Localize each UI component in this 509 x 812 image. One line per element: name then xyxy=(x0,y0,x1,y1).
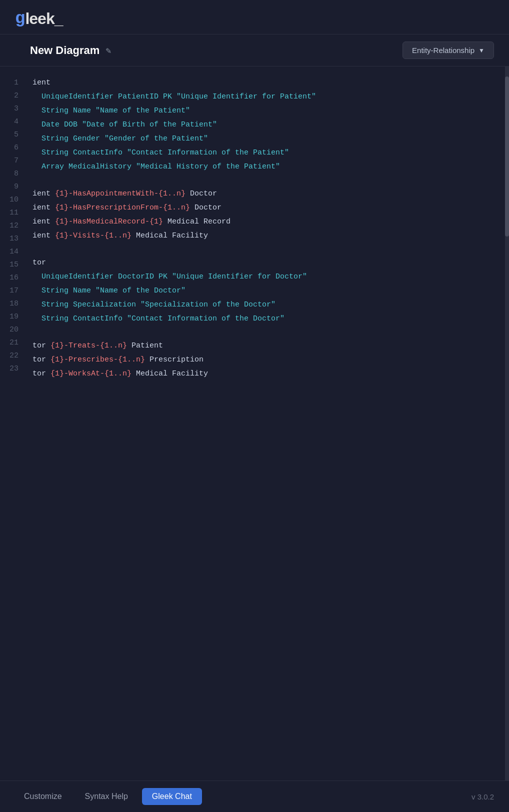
diagram-type-label: Entity-Relationship xyxy=(412,46,474,54)
header: g leek_ xyxy=(0,0,509,34)
scrollbar-thumb[interactable] xyxy=(505,76,509,236)
line-number: 20 xyxy=(8,324,18,336)
line-number: 1 xyxy=(8,76,18,90)
code-line: String ContactInfo "Contact Information … xyxy=(32,312,509,326)
line-number: 3 xyxy=(8,102,18,116)
line-number: 12 xyxy=(8,220,18,232)
line-number: 21 xyxy=(8,336,18,350)
code-line: tor xyxy=(32,256,509,270)
line-number: 15 xyxy=(8,258,18,272)
code-line: ient {1}-HasAppointmentWith-{1..n} Docto… xyxy=(32,188,509,202)
line-number: 19 xyxy=(8,310,18,324)
code-line xyxy=(32,382,509,394)
line-number: 8 xyxy=(8,168,18,180)
code-line: ient xyxy=(32,76,509,90)
line-number: 17 xyxy=(8,284,18,298)
diagram-title: New Diagram xyxy=(30,44,100,57)
line-number: 14 xyxy=(8,246,18,258)
code-line xyxy=(32,326,509,340)
code-line: Date DOB "Date of Birth of the Patient" xyxy=(32,118,509,132)
footer-left: Customize Syntax Help Gleek Chat xyxy=(15,788,202,805)
code-line: Array MedicalHistory "Medical History of… xyxy=(32,160,509,174)
line-number: 7 xyxy=(8,154,18,168)
code-line: ient {1}-HasMedicalRecord-{1} Medical Re… xyxy=(32,216,509,230)
editor-area: 1234567891011121314151617181920212223 ie… xyxy=(0,66,509,780)
version-label: v 3.0.2 xyxy=(472,792,494,801)
code-line: UniqueIdentifier DoctorID PK "Unique Ide… xyxy=(32,270,509,284)
syntax-help-button[interactable]: Syntax Help xyxy=(76,788,137,805)
code-line xyxy=(32,174,509,188)
line-number: 6 xyxy=(8,142,18,154)
code-line: tor {1}-Prescribes-{1..n} Prescription xyxy=(32,354,509,368)
line-numbers: 1234567891011121314151617181920212223 xyxy=(0,72,28,776)
code-line: String Gender "Gender of the Patient" xyxy=(32,132,509,146)
code-line xyxy=(32,244,509,256)
logo[interactable]: g leek_ xyxy=(15,9,62,28)
line-number: 22 xyxy=(8,350,18,362)
toolbar: New Diagram ✎ Entity-Relationship ▼ xyxy=(0,34,509,66)
code-line: String Name "Name of the Patient" xyxy=(32,104,509,118)
line-number: 23 xyxy=(8,362,18,376)
logo-g: g xyxy=(15,9,25,28)
line-number: 11 xyxy=(8,206,18,220)
code-line: ient {1}-Visits-{1..n} Medical Facility xyxy=(32,230,509,244)
line-number: 9 xyxy=(8,180,18,194)
line-number: 18 xyxy=(8,298,18,310)
customize-button[interactable]: Customize xyxy=(15,788,71,805)
line-number: 5 xyxy=(8,128,18,142)
line-number: 2 xyxy=(8,90,18,102)
logo-text: leek_ xyxy=(25,10,62,28)
gleek-chat-button[interactable]: Gleek Chat xyxy=(142,788,202,805)
code-line: String ContactInfo "Contact Information … xyxy=(32,146,509,160)
scrollbar-track[interactable] xyxy=(505,66,509,780)
line-number: 10 xyxy=(8,194,18,206)
line-number: 4 xyxy=(8,116,18,128)
code-line: tor {1}-WorksAt-{1..n} Medical Facility xyxy=(32,368,509,382)
line-number: 13 xyxy=(8,232,18,246)
code-line: String Specialization "Specialization of… xyxy=(32,298,509,312)
code-line: tor {1}-Treats-{1..n} Patient xyxy=(32,340,509,354)
code-content[interactable]: ient UniqueIdentifier PatientID PK "Uniq… xyxy=(28,72,509,776)
footer: Customize Syntax Help Gleek Chat v 3.0.2 xyxy=(0,780,509,812)
edit-icon[interactable]: ✎ xyxy=(106,45,111,56)
diagram-type-button[interactable]: Entity-Relationship ▼ xyxy=(402,42,494,59)
code-line: String Name "Name of the Doctor" xyxy=(32,284,509,298)
diagram-title-area: New Diagram ✎ xyxy=(30,44,111,57)
line-number: 16 xyxy=(8,272,18,284)
chevron-down-icon: ▼ xyxy=(478,47,484,54)
code-line: ient {1}-HasPrescriptionFrom-{1..n} Doct… xyxy=(32,202,509,216)
code-line: UniqueIdentifier PatientID PK "Unique Id… xyxy=(32,90,509,104)
